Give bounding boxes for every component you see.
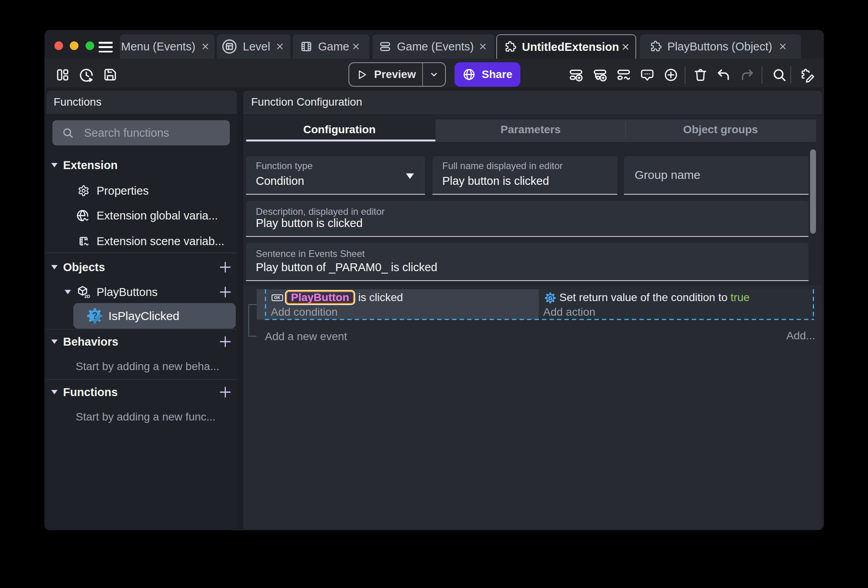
action-value: true [730,291,749,303]
close-icon[interactable] [275,42,285,51]
sentence-input[interactable]: Sentence in Events Sheet Play button of … [246,243,808,281]
film-icon [300,40,313,53]
section-objects[interactable]: Objects [63,261,105,274]
tree-item-isplayclicked[interactable]: IsPlayClicked [73,303,236,329]
add-other-event-icon[interactable] [663,67,678,82]
chevron-down-icon[interactable] [65,290,71,294]
app-window: Menu (Events) Level Game Game (Events) U… [45,30,824,530]
save-icon[interactable] [103,67,117,82]
share-label: Share [482,68,512,81]
tab-game-events[interactable]: Game (Events) [373,34,494,59]
field-placeholder: Group name [635,168,700,182]
functions-panel-body: Search functions Extension Properties Ex… [47,114,237,530]
tree-item-global-variables[interactable]: Extension global varia... [97,209,218,222]
add-behavior-button[interactable] [218,335,233,349]
tab-game[interactable]: Game [293,34,369,59]
function-configuration-panel: Function Configuration Configuration Par… [243,91,822,530]
chevron-down-icon[interactable] [51,340,58,344]
preview-label: Preview [374,68,416,81]
toolbar-divider [685,66,685,84]
form-scrollbar-thumb[interactable] [810,149,816,234]
history-icon[interactable] [78,67,94,83]
add-action-button[interactable]: Add action [543,306,595,318]
close-icon[interactable] [621,42,630,52]
share-button[interactable]: Share [454,62,520,87]
tab-playbuttons-object[interactable]: PlayButtons (Object) [640,34,801,59]
toggle-comments-icon[interactable] [640,67,655,82]
add-new-event-button[interactable]: Add a new event [265,330,347,343]
add-function-button[interactable] [218,385,233,400]
action-text[interactable]: Set return value of the condition to tru… [559,291,750,304]
chevron-down-icon[interactable] [51,163,58,167]
functions-panel-header: Functions [47,91,237,114]
titlebar: Menu (Events) Level Game Game (Events) U… [45,30,824,59]
gdevelop-gear-icon [544,292,556,304]
section-extension[interactable]: Extension [63,159,118,172]
search-icon[interactable] [772,67,787,82]
add-condition-button[interactable]: Add condition [271,306,338,318]
traffic-light-zoom[interactable] [86,41,94,50]
tree-item-properties[interactable]: Properties [97,184,149,197]
field-value: Condition [256,175,304,188]
tab-configuration[interactable]: Configuration [303,123,376,136]
tab-parameters[interactable]: Parameters [501,123,561,136]
traffic-light-minimize[interactable] [70,41,78,50]
section-functions[interactable]: Functions [63,386,118,399]
preview-split-divider [422,63,423,86]
field-value: Play button is clicked [442,175,549,188]
preview-button[interactable]: Preview [348,62,446,87]
search-functions-input[interactable]: Search functions [52,120,230,145]
events-sheet [243,285,822,530]
full-name-input[interactable]: Full name displayed in editor Play butto… [432,156,617,195]
menu-hamburger-icon[interactable] [99,42,113,52]
redo-icon[interactable] [740,67,755,82]
scene-variables-icon [77,235,90,247]
add-event-icon[interactable] [568,67,584,83]
group-name-input[interactable]: Group name [624,156,808,195]
add-subevent-icon[interactable] [592,67,608,83]
section-behaviors[interactable]: Behaviors [63,335,118,348]
screen: { "titlebar": { "tabs": [ { "label": "Me… [0,0,868,588]
add-object-button[interactable] [218,260,233,275]
tab-menu-events[interactable]: Menu (Events) [120,34,214,59]
search-placeholder: Search functions [84,127,169,140]
delete-icon[interactable] [693,67,708,82]
traffic-light-close[interactable] [54,41,63,50]
tab-object-groups[interactable]: Object groups [683,123,758,136]
event-selection-border [265,289,266,320]
functions-empty-hint: Start by adding a new func... [76,411,216,423]
preview-dropdown-button[interactable] [423,63,445,86]
close-icon[interactable] [478,42,488,51]
search-icon [62,127,74,139]
condition-row[interactable]: OK PlayButton is clicked [272,290,403,305]
add-comment-event-icon[interactable] [616,67,631,83]
edit-extension-icon[interactable] [799,67,815,83]
condition-object-chip[interactable]: PlayButton [286,291,354,304]
puzzle-icon [503,40,517,54]
undo-icon[interactable] [716,67,731,82]
close-icon[interactable] [351,42,361,51]
projects-dashboard-icon[interactable] [55,67,70,82]
scene-icon [221,38,238,55]
tab-untitled-extension[interactable]: UntitledExtension [496,34,636,59]
tab-level[interactable]: Level [217,34,291,59]
event-tree-connector [248,304,257,305]
add-object-function-button[interactable] [218,285,233,300]
toolbar-divider [762,66,762,84]
tree-item-scene-variables[interactable]: Extension scene variab... [97,235,224,248]
close-icon[interactable] [778,42,788,51]
chevron-down-icon[interactable] [51,390,58,394]
condition-text[interactable]: is clicked [358,291,403,304]
tree-item-playbuttons[interactable]: PlayButtons [97,286,158,299]
tab-label: UntitledExtension [522,41,619,54]
close-icon[interactable] [201,42,210,51]
function-type-select[interactable]: Function type Condition [246,156,425,195]
chevron-down-icon[interactable] [51,265,58,270]
description-input[interactable]: Description, displayed in editor Play bu… [246,201,808,237]
toolbar-divider [790,66,791,84]
event-tree-connector [248,305,249,337]
gear-icon [78,185,89,197]
add-more-button[interactable]: Add... [786,329,815,342]
active-tab-indicator [246,140,436,141]
tab-label: Level [243,40,270,53]
